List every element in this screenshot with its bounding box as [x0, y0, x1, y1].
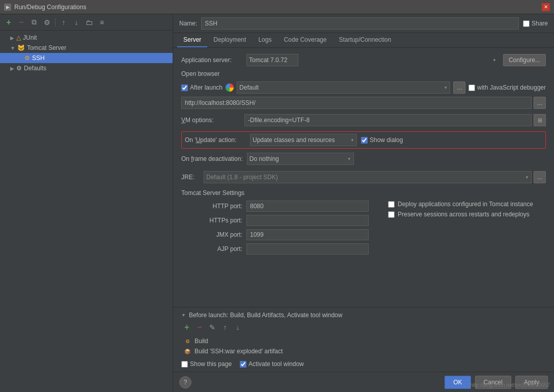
name-input[interactable]	[201, 17, 519, 30]
before-launch-arrow: ▼	[181, 313, 186, 318]
app-icon: ▶	[4, 4, 11, 11]
ajp-port-label: AJP port:	[181, 245, 242, 253]
add-config-button[interactable]: +	[3, 17, 14, 28]
remove-config-button[interactable]: −	[16, 17, 27, 28]
jre-dots-button[interactable]: ...	[534, 171, 546, 183]
jre-label: JRE:	[181, 174, 202, 181]
browser-select-wrapper: Default	[237, 81, 450, 94]
activate-tool-text: Activate tool window	[248, 360, 304, 368]
title-bar: ▶ Run/Debug Configurations ✕	[0, 0, 554, 14]
before-launch-header: ▼ Before launch: Build, Build Artifacts,…	[181, 312, 546, 319]
toolbar-separator	[55, 18, 56, 26]
vm-expand-button[interactable]: ⊞	[534, 114, 546, 126]
chrome-icon	[226, 83, 234, 92]
url-dots-button[interactable]: ...	[534, 97, 546, 109]
http-port-input[interactable]	[246, 201, 369, 212]
share-checkbox[interactable]	[523, 20, 530, 27]
on-update-select[interactable]: Update classes and resources	[250, 134, 357, 146]
watermark: http://blog.esdn.net/ym1549510057	[470, 382, 550, 388]
after-launch-label: After launch	[190, 84, 223, 91]
jmx-port-label: JMX port:	[181, 231, 242, 238]
before-launch-edit[interactable]: ✎	[207, 322, 218, 333]
left-panel: + − ⧉ ⚙ ↑ ↓ 🗀 ≡ ▶ △ JUnit ▼ 🐱 Tomcat Ser…	[0, 14, 173, 392]
deploy-options: Deploy applications configured in Tomcat…	[388, 201, 533, 261]
copy-config-button[interactable]: ⧉	[29, 17, 40, 28]
vm-options-input[interactable]	[244, 114, 532, 126]
tree-item-ssh[interactable]: ▶ ⚙ SSH	[0, 53, 173, 63]
ok-button[interactable]: OK	[445, 376, 470, 389]
before-launch-add[interactable]: +	[181, 322, 192, 333]
tab-logs[interactable]: Logs	[252, 33, 278, 47]
https-port-label: HTTPs port:	[181, 217, 242, 224]
open-browser-title: Open browser	[181, 70, 546, 77]
artifact-icon: 📦	[183, 347, 191, 355]
open-browser-section: Open browser After launch Default ...	[181, 70, 546, 109]
browser-dots-button[interactable]: ...	[453, 81, 465, 94]
port-grid: HTTP port: HTTPs port: JMX port: AJP por…	[181, 201, 373, 255]
https-port-input[interactable]	[246, 215, 369, 226]
junit-arrow: ▶	[10, 35, 14, 41]
activate-tool-label: Activate tool window	[240, 360, 304, 368]
before-launch-section: ▼ Before launch: Build, Build Artifacts,…	[173, 307, 554, 372]
close-button[interactable]: ✕	[542, 3, 550, 11]
junit-icon: △	[16, 34, 21, 41]
deploy-apps-label: Deploy applications configured in Tomcat…	[398, 201, 533, 208]
js-debugger-text: with JavaScript debugger	[477, 84, 546, 91]
js-debugger-label: with JavaScript debugger	[468, 84, 546, 91]
help-button[interactable]: ?	[179, 376, 191, 388]
move-up-button[interactable]: ↑	[58, 17, 69, 28]
tab-code-coverage[interactable]: Code Coverage	[278, 33, 333, 47]
jre-select[interactable]: Default (1.8 - project SDK)	[204, 171, 532, 183]
tree-item-defaults[interactable]: ▶ ⚙ Defaults	[0, 63, 173, 73]
after-launch-checkbox[interactable]	[181, 85, 188, 91]
show-dialog-checkbox[interactable]	[361, 137, 368, 144]
on-frame-row: On frame deactivation: Do nothing	[181, 153, 546, 165]
tab-deployment[interactable]: Deployment	[207, 33, 252, 47]
before-launch-item-build: ⚙ Build	[181, 336, 546, 346]
before-launch-up[interactable]: ↑	[219, 322, 231, 333]
tree-item-junit[interactable]: ▶ △ JUnit	[0, 33, 173, 43]
url-input[interactable]	[181, 97, 532, 109]
sort-button[interactable]: ≡	[96, 17, 107, 28]
configure-button[interactable]: Configure...	[503, 54, 546, 66]
browser-select[interactable]: Default	[237, 81, 450, 94]
app-server-select-wrapper: Tomcat 7.0.72	[246, 54, 499, 66]
on-frame-select[interactable]: Do nothing	[247, 153, 354, 165]
tabs-bar: Server Deployment Logs Code Coverage Sta…	[173, 33, 554, 48]
activate-tool-checkbox[interactable]	[240, 361, 246, 368]
folder-button[interactable]: 🗀	[84, 17, 95, 28]
main-container: + − ⧉ ⚙ ↑ ↓ 🗀 ≡ ▶ △ JUnit ▼ 🐱 Tomcat Ser…	[0, 14, 554, 392]
tomcat-arrow: ▼	[10, 45, 15, 51]
tomcat-settings-title: Tomcat Server Settings	[181, 189, 546, 197]
show-page-text: Show this page	[190, 360, 232, 368]
tab-server[interactable]: Server	[177, 33, 207, 47]
move-down-button[interactable]: ↓	[71, 17, 82, 28]
before-launch-options: Show this page Activate tool window	[181, 360, 546, 368]
show-page-checkbox[interactable]	[181, 361, 188, 368]
before-launch-down[interactable]: ↓	[232, 322, 243, 333]
config-toolbar: + − ⧉ ⚙ ↑ ↓ 🗀 ≡	[0, 14, 173, 31]
settings-config-button[interactable]: ⚙	[41, 17, 52, 28]
server-content: Application server: Tomcat 7.0.72 Config…	[173, 48, 554, 307]
url-row: ...	[181, 97, 546, 109]
jmx-port-input[interactable]	[246, 229, 369, 240]
jre-select-wrapper: Default (1.8 - project SDK)	[204, 171, 532, 183]
before-launch-title: Before launch: Build, Build Artifacts, A…	[189, 312, 343, 319]
vm-options-row: VM options: ⊞	[181, 114, 546, 126]
before-launch-item-artifact: 📦 Build 'SSH:war exploded' artifact	[181, 346, 546, 356]
deploy-apps-checkbox[interactable]	[388, 201, 395, 208]
before-launch-remove[interactable]: −	[194, 322, 205, 333]
defaults-icon: ⚙	[16, 65, 22, 72]
tab-startup[interactable]: Startup/Connection	[333, 33, 397, 47]
on-update-row: On 'Update' action: Update classes and r…	[181, 131, 546, 149]
show-page-label: Show this page	[181, 360, 232, 368]
config-tree: ▶ △ JUnit ▼ 🐱 Tomcat Server ▶ ⚙ SSH ▶ ⚙ …	[0, 31, 173, 392]
show-dialog-label: Show dialog	[361, 136, 403, 144]
app-server-select[interactable]: Tomcat 7.0.72	[246, 54, 298, 66]
ajp-port-input[interactable]	[246, 243, 369, 255]
tree-item-tomcat[interactable]: ▼ 🐱 Tomcat Server	[0, 43, 173, 53]
preserve-sessions-checkbox[interactable]	[388, 211, 395, 218]
js-debugger-checkbox[interactable]	[468, 85, 475, 91]
right-panel: Name: Share Server Deployment Logs Code …	[173, 14, 554, 392]
junit-label: JUnit	[23, 34, 37, 41]
